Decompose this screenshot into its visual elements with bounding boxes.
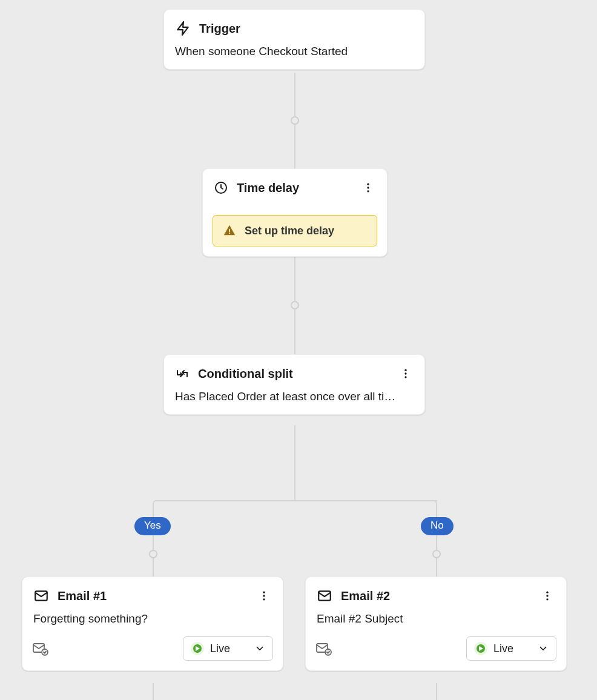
clock-icon: [214, 180, 228, 195]
status-text: Live: [210, 642, 230, 655]
status-select[interactable]: Live: [183, 636, 273, 661]
mail-status-icon[interactable]: [315, 641, 332, 656]
status-live-icon: [474, 642, 487, 655]
status-text: Live: [493, 642, 513, 655]
trigger-description: When someone Checkout Started: [164, 36, 424, 69]
svg-point-19: [546, 598, 548, 600]
trigger-title: Trigger: [199, 22, 414, 36]
more-actions-button[interactable]: [360, 180, 376, 196]
svg-marker-22: [479, 646, 483, 651]
email2-card[interactable]: Email #2 Email #2 Subject Live: [305, 576, 567, 671]
split-icon: [175, 366, 190, 381]
email1-subject: Forgetting something?: [22, 604, 283, 636]
connector-line-horizontal: [155, 500, 437, 501]
connector-line: [153, 683, 154, 700]
more-actions-button[interactable]: [539, 588, 555, 604]
email2-subject: Email #2 Subject: [306, 604, 566, 636]
branch-label-yes: Yes: [134, 517, 171, 535]
mail-icon: [33, 588, 49, 604]
conditional-split-card[interactable]: Conditional split Has Placed Order at le…: [163, 354, 425, 415]
bolt-icon: [175, 21, 191, 36]
chevron-down-icon: [538, 643, 549, 654]
svg-point-12: [263, 598, 265, 600]
mail-status-icon[interactable]: [32, 641, 49, 656]
svg-marker-15: [196, 646, 200, 651]
connector-line: [153, 504, 154, 578]
svg-point-6: [404, 369, 406, 371]
svg-point-2: [367, 187, 369, 188]
more-actions-button[interactable]: [398, 366, 414, 381]
time-delay-title: Time delay: [237, 181, 360, 195]
svg-rect-5: [229, 233, 230, 234]
svg-point-1: [367, 183, 369, 185]
svg-point-10: [263, 592, 265, 593]
connector-line: [294, 425, 295, 501]
svg-point-18: [546, 595, 548, 596]
add-step-node[interactable]: [291, 116, 299, 125]
mail-icon: [317, 588, 332, 604]
email1-card[interactable]: Email #1 Forgetting something? Live: [22, 576, 283, 671]
time-delay-warning[interactable]: Set up time delay: [213, 215, 377, 246]
add-step-node[interactable]: [291, 301, 299, 309]
svg-point-17: [546, 592, 548, 593]
email1-title: Email #1: [58, 589, 256, 603]
connector-line: [436, 504, 437, 578]
svg-point-11: [263, 595, 265, 596]
conditional-split-description: Has Placed Order at least once over all …: [164, 381, 424, 414]
connector-line: [436, 683, 437, 700]
email2-title: Email #2: [341, 589, 539, 603]
time-delay-warning-text: Set up time delay: [245, 225, 334, 237]
more-actions-button[interactable]: [256, 588, 272, 604]
chevron-down-icon: [254, 643, 265, 654]
status-live-icon: [191, 642, 204, 655]
trigger-card[interactable]: Trigger When someone Checkout Started: [163, 9, 425, 70]
time-delay-card[interactable]: Time delay Set up time delay: [202, 168, 388, 257]
warning-icon: [223, 224, 236, 237]
svg-point-3: [367, 190, 369, 192]
branch-label-no: No: [421, 517, 454, 535]
add-step-node[interactable]: [149, 550, 157, 558]
svg-point-7: [404, 372, 406, 374]
add-step-node[interactable]: [432, 550, 441, 558]
svg-rect-4: [229, 229, 230, 232]
svg-point-8: [404, 376, 406, 378]
conditional-split-title: Conditional split: [198, 367, 398, 381]
status-select[interactable]: Live: [466, 636, 556, 661]
